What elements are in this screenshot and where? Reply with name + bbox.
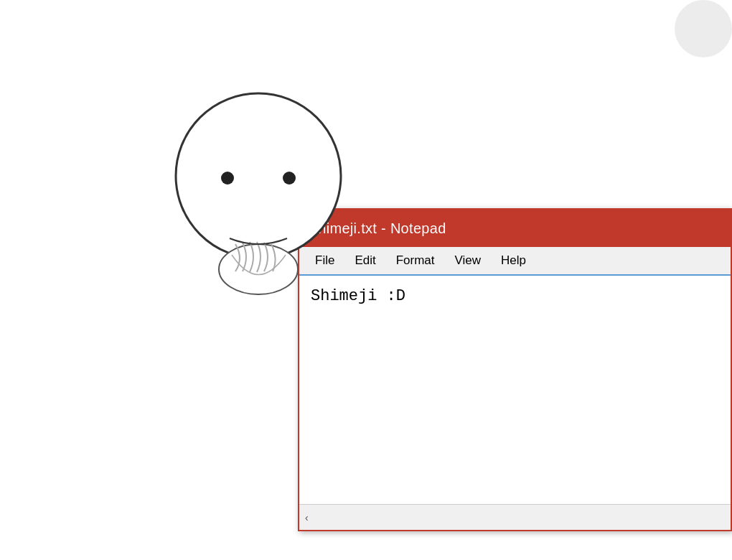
shimeji-character	[151, 72, 366, 302]
decorative-circle	[675, 0, 732, 57]
svg-point-0	[176, 93, 341, 258]
scroll-left-arrow[interactable]: ‹	[305, 512, 309, 523]
notepad-content-area[interactable]: Shimeji :D	[299, 276, 731, 504]
svg-point-2	[283, 172, 296, 185]
menu-help[interactable]: Help	[491, 249, 536, 272]
menu-view[interactable]: View	[445, 249, 492, 272]
notepad-horizontal-scrollbar[interactable]: ‹	[299, 504, 731, 530]
shimeji-svg	[151, 72, 366, 302]
menu-format[interactable]: Format	[386, 249, 445, 272]
svg-point-1	[221, 172, 234, 185]
